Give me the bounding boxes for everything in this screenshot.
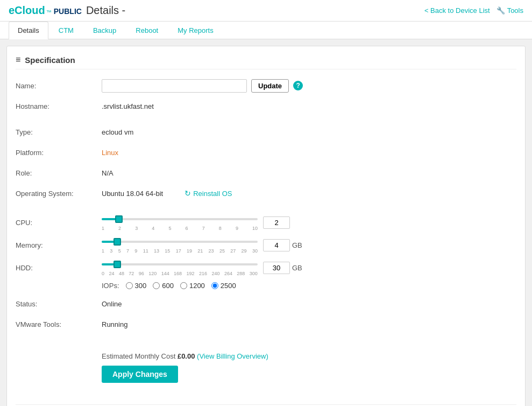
help-icon[interactable]: ? xyxy=(293,81,303,90)
apply-changes-button[interactable]: Apply Changes xyxy=(102,366,178,383)
cpu-label: CPU: xyxy=(16,219,102,227)
memory-thumb[interactable] xyxy=(114,238,121,246)
reinstall-os-link[interactable]: ↻ Reinstall OS xyxy=(185,189,232,198)
tab-details[interactable]: Details xyxy=(9,22,48,39)
memory-track xyxy=(102,241,258,243)
hostname-row: Hostname: .srvlist.ukfast.net xyxy=(16,99,516,114)
cpu-track-wrap[interactable] xyxy=(102,214,258,225)
memory-track-wrap[interactable] xyxy=(102,236,258,247)
status-row: Status: Online xyxy=(16,296,516,311)
cost-amount: £0.00 xyxy=(178,352,195,360)
tab-backup[interactable]: Backup xyxy=(84,22,125,39)
top-header: eCloud™ PUBLIC Details - < Back to Devic… xyxy=(0,0,532,22)
hdd-input[interactable] xyxy=(263,262,290,274)
logo-area: eCloud™ PUBLIC Details - xyxy=(9,4,125,17)
platform-row: Platform: Linux xyxy=(16,145,516,160)
cpu-thumb[interactable] xyxy=(115,215,123,223)
iops-option-1200[interactable]: 1200 xyxy=(180,282,205,290)
main-content: ≡ Specification Name: Update ? Hostname:… xyxy=(6,46,526,406)
memory-input[interactable] xyxy=(263,239,290,251)
platform-value: Linux xyxy=(102,149,118,157)
cost-text: Estimated Monthly Cost £0.00 (View Billi… xyxy=(102,352,516,360)
cpu-track xyxy=(102,218,258,220)
logo-ecloud: eCloud xyxy=(9,4,45,17)
hdd-track xyxy=(102,263,258,265)
cpu-input[interactable] xyxy=(263,216,290,229)
type-row: Type: ecloud vm xyxy=(16,124,516,139)
cpu-slider-row: CPU: 12345678910 xyxy=(16,214,516,231)
iops-radio-1200[interactable] xyxy=(180,282,187,289)
hdd-slider-container: 024487296120144168192216240264288300 xyxy=(102,259,258,276)
section-header: ≡ Specification xyxy=(16,55,516,69)
name-input[interactable] xyxy=(102,79,247,93)
memory-unit: GB xyxy=(292,241,302,249)
tools-link[interactable]: 🔧 Tools xyxy=(496,6,523,15)
hdd-slider-row: HDD: 02448729612014416819221624026428830… xyxy=(16,259,516,276)
iops-option-600[interactable]: 600 xyxy=(153,282,174,290)
hdd-unit: GB xyxy=(292,264,302,272)
list-icon: ≡ xyxy=(16,55,20,65)
role-row: Role: N/A xyxy=(16,165,516,180)
cpu-tick-labels: 12345678910 xyxy=(102,226,258,231)
os-value: Ubuntu 18.04 64-bit xyxy=(102,190,163,198)
cost-section: Estimated Monthly Cost £0.00 (View Billi… xyxy=(102,352,516,383)
iops-row: IOPs: 300 600 1200 2500 xyxy=(16,282,516,290)
tab-ctm[interactable]: CTM xyxy=(49,22,83,39)
memory-label: Memory: xyxy=(16,241,102,249)
wrench-icon: 🔧 xyxy=(496,6,505,15)
update-button[interactable]: Update xyxy=(251,79,289,93)
iops-radio-600[interactable] xyxy=(153,282,160,289)
tabs-bar: Details CTM Backup Reboot My Reports xyxy=(0,22,532,39)
back-to-device-list-link[interactable]: < Back to Device List xyxy=(424,6,490,15)
name-label: Name: xyxy=(16,82,102,90)
vmware-row: VMware Tools: Running xyxy=(16,317,516,332)
memory-slider-container: 135791113151719212325272930 xyxy=(102,236,258,254)
name-row: Name: Update ? xyxy=(16,78,516,93)
status-label: Status: xyxy=(16,300,102,308)
section-title: Specification xyxy=(25,55,75,65)
tab-reboot[interactable]: Reboot xyxy=(126,22,167,39)
iops-option-2500[interactable]: 2500 xyxy=(211,282,236,290)
top-nav: < Back to Device List 🔧 Tools xyxy=(424,6,523,15)
cost-label: Estimated Monthly Cost xyxy=(102,352,175,360)
type-value: ecloud vm xyxy=(102,128,133,136)
hostname-value: .srvlist.ukfast.net xyxy=(102,102,154,110)
memory-tick-labels: 135791113151719212325272930 xyxy=(102,248,258,254)
divider xyxy=(16,404,516,405)
os-label: Operating System: xyxy=(16,190,102,198)
hdd-track-wrap[interactable] xyxy=(102,259,258,270)
hostname-label: Hostname: xyxy=(16,102,102,110)
memory-slider-row: Memory: 135791113151719212325272930 GB xyxy=(16,236,516,254)
role-value: N/A xyxy=(102,169,114,177)
cpu-slider-container: 12345678910 xyxy=(102,214,258,231)
hdd-tick-labels: 024487296120144168192216240264288300 xyxy=(102,271,258,276)
hdd-thumb[interactable] xyxy=(114,261,121,268)
tab-my-reports[interactable]: My Reports xyxy=(168,22,222,39)
status-value: Online xyxy=(102,300,122,308)
vmware-value: Running xyxy=(102,320,127,328)
reinstall-icon: ↻ xyxy=(185,189,191,198)
iops-radio-300[interactable] xyxy=(126,282,133,289)
logo-tm: ™ xyxy=(46,9,52,15)
hdd-label: HDD: xyxy=(16,264,102,272)
iops-option-300[interactable]: 300 xyxy=(126,282,147,290)
type-label: Type: xyxy=(16,128,102,136)
iops-radio-group: 300 600 1200 2500 xyxy=(126,282,236,290)
billing-overview-link[interactable]: (View Billing Overview) xyxy=(197,352,268,360)
page-subtitle: Details - xyxy=(86,4,125,17)
iops-radio-2500[interactable] xyxy=(211,282,218,289)
os-row: Operating System: Ubuntu 18.04 64-bit ↻ … xyxy=(16,186,516,201)
vmware-label: VMware Tools: xyxy=(16,320,102,328)
logo-public: PUBLIC xyxy=(54,7,82,16)
platform-label: Platform: xyxy=(16,149,102,157)
name-input-group: Update ? xyxy=(102,79,303,93)
iops-label: IOPs: xyxy=(102,282,119,290)
role-label: Role: xyxy=(16,169,102,177)
